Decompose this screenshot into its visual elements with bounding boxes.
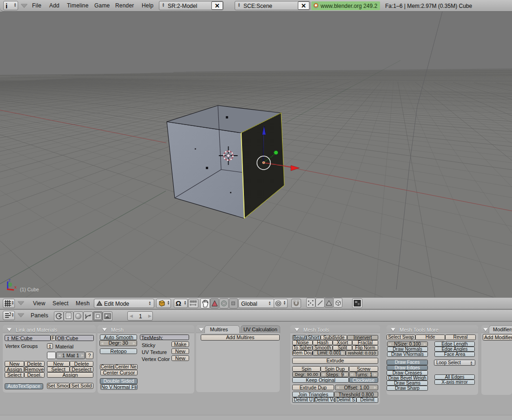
svg-text:z: z [8,277,11,282]
svg-text:x: x [14,284,17,289]
svg-text:(1) Cube: (1) Cube [20,287,39,292]
